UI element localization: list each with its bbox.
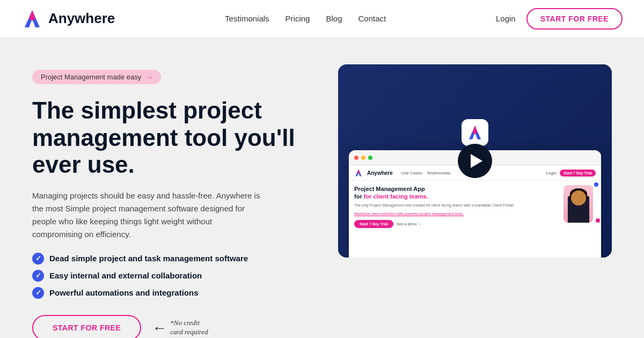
site-header: Anywhere Testimonials Pricing Blog Conta… bbox=[0, 0, 644, 38]
play-button[interactable] bbox=[458, 144, 492, 178]
check-icon-1 bbox=[32, 253, 44, 264]
nav-testimonials[interactable]: Testimonials bbox=[225, 14, 269, 23]
window-dot-red bbox=[354, 156, 358, 160]
deco-dot-pink bbox=[596, 218, 600, 223]
nav-blog[interactable]: Blog bbox=[326, 14, 342, 23]
header-cta-button[interactable]: START FOR FREE bbox=[526, 8, 623, 30]
screenshot-desc: The only Project Management tool created… bbox=[354, 203, 558, 208]
deco-dot-blue bbox=[594, 182, 598, 187]
nav-pricing[interactable]: Pricing bbox=[286, 14, 310, 23]
feature-label-1: Dead simple project and task management … bbox=[49, 254, 248, 263]
screenshot-cta-row: Start 7 Day Trial See a demo → bbox=[354, 220, 558, 228]
screenshot-nav-links: Use Cases Testimonials bbox=[401, 171, 450, 175]
screenshot-body: Project Management App for for client fa… bbox=[349, 181, 601, 232]
screenshot-trial-btn: Start 7 Day Trial bbox=[560, 170, 596, 177]
window-dot-yellow bbox=[361, 156, 365, 160]
hero-left: Project Management made easy → The simpl… bbox=[32, 64, 306, 338]
badge-text: Project Management made easy bbox=[41, 73, 141, 81]
person-avatar bbox=[564, 185, 593, 223]
screenshot-link[interactable]: Maximize client retention with powerful … bbox=[354, 212, 558, 216]
feature-label-2: Easy internal and external collaboration bbox=[49, 271, 202, 280]
no-credit-text: *No credit card required bbox=[170, 319, 208, 337]
main-nav: Testimonials Pricing Blog Contact bbox=[225, 14, 386, 23]
feature-item-1: Dead simple project and task management … bbox=[32, 253, 306, 264]
features-list: Dead simple project and task management … bbox=[32, 253, 306, 299]
badge-arrow: → bbox=[145, 73, 152, 81]
nav-contact[interactable]: Contact bbox=[358, 14, 386, 23]
video-logo bbox=[462, 119, 488, 146]
feature-label-3: Powerful automations and integrations bbox=[49, 288, 199, 297]
screenshot-brand: Anywhere bbox=[367, 170, 393, 176]
screenshot-content-left: Project Management App for for client fa… bbox=[354, 185, 558, 228]
main-content: Project Management made easy → The simpl… bbox=[0, 38, 644, 338]
video-background: INTRODUCING ANYWHERE Anywhere bbox=[338, 64, 612, 258]
screenshot-nav-right: Login Start 7 Day Trial bbox=[546, 170, 596, 177]
check-icon-2 bbox=[32, 270, 44, 282]
logo-icon bbox=[21, 8, 43, 30]
curved-arrow-icon: ← bbox=[152, 319, 167, 336]
screenshot-login: Login bbox=[546, 171, 557, 175]
window-dot-green bbox=[368, 156, 372, 160]
hero-badge[interactable]: Project Management made easy → bbox=[32, 70, 161, 84]
check-icon-3 bbox=[32, 287, 44, 299]
cta-row: START FOR FREE ← *No credit card require… bbox=[32, 315, 306, 338]
hero-title: The simplest project management tool you… bbox=[32, 97, 306, 179]
video-logo-icon bbox=[466, 124, 484, 141]
header-right: Login START FOR FREE bbox=[496, 8, 623, 30]
person-head bbox=[571, 190, 586, 205]
hero-description: Managing projects should be easy and has… bbox=[32, 189, 263, 241]
screenshot-logo-icon bbox=[354, 168, 363, 177]
login-link[interactable]: Login bbox=[496, 14, 516, 23]
logo-area: Anywhere bbox=[21, 8, 115, 30]
screenshot-title: Project Management App for for client fa… bbox=[354, 185, 558, 201]
feature-item-2: Easy internal and external collaboration bbox=[32, 270, 306, 282]
logo-text: Anywhere bbox=[48, 10, 115, 27]
main-cta-button[interactable]: START FOR FREE bbox=[32, 315, 141, 338]
screenshot-person bbox=[564, 185, 596, 228]
video-preview[interactable]: INTRODUCING ANYWHERE Anywhere bbox=[338, 64, 612, 258]
feature-item-3: Powerful automations and integrations bbox=[32, 287, 306, 299]
screenshot-demo-link[interactable]: See a demo → bbox=[397, 222, 422, 226]
no-credit-note: ← *No credit card required bbox=[152, 319, 208, 337]
screenshot-cta-btn[interactable]: Start 7 Day Trial bbox=[354, 220, 393, 228]
